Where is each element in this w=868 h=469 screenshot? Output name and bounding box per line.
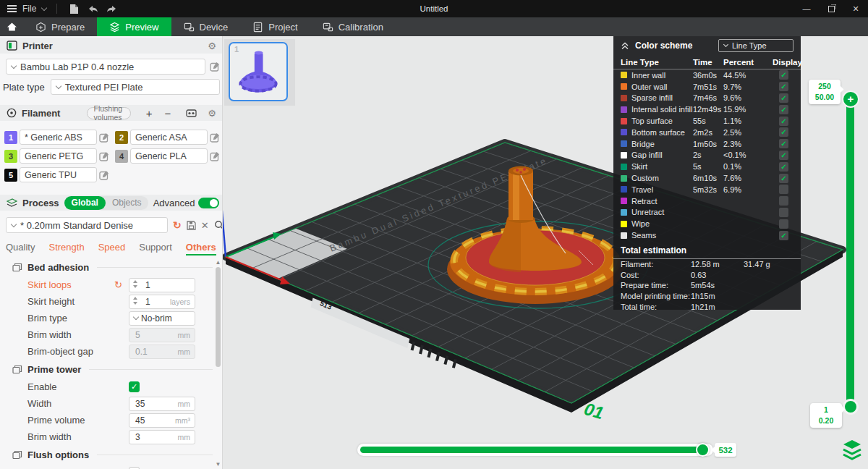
redo-icon[interactable] bbox=[105, 3, 118, 14]
filament-name[interactable]: Generic ASA bbox=[130, 130, 208, 145]
printer-select[interactable]: Bambu Lab P1P 0.4 nozzle bbox=[6, 59, 205, 75]
filament-name[interactable]: Generic PLA bbox=[130, 148, 208, 164]
input-field[interactable]: 3mm bbox=[129, 430, 195, 444]
scope-global[interactable]: Global bbox=[64, 196, 106, 210]
edit-icon[interactable] bbox=[210, 151, 220, 161]
new-file-icon[interactable] bbox=[67, 3, 80, 14]
filament-name[interactable]: * Generic ABS bbox=[20, 130, 97, 145]
filament-color-chip[interactable]: 4 bbox=[115, 150, 128, 163]
edit-icon[interactable] bbox=[99, 170, 109, 180]
display-checkbox[interactable]: ✓ bbox=[779, 127, 788, 137]
search-preset-icon[interactable] bbox=[214, 220, 223, 230]
file-menu[interactable]: File bbox=[22, 4, 36, 14]
filament-color-chip[interactable]: 5 bbox=[4, 169, 17, 182]
edit-icon[interactable] bbox=[210, 62, 220, 72]
display-checkbox[interactable]: ✓ bbox=[779, 82, 788, 91]
edit-icon[interactable] bbox=[99, 151, 109, 161]
move-slider-handle[interactable] bbox=[696, 443, 710, 457]
close-button[interactable]: ✕ bbox=[843, 0, 868, 17]
legend-time: 36m0s bbox=[693, 71, 723, 80]
process-preset-select[interactable]: * 0.20mm Standard Denise bbox=[6, 217, 168, 233]
setting-row: Brim typeNo-brim bbox=[0, 310, 223, 326]
display-checkbox[interactable]: ✓ bbox=[779, 196, 788, 206]
legend-row: Internal solid infill12m49s15.9%✓ bbox=[613, 103, 801, 115]
display-checkbox[interactable]: ✓ bbox=[779, 70, 788, 80]
restore-button[interactable] bbox=[819, 0, 843, 17]
minimize-button[interactable]: — bbox=[794, 0, 819, 17]
view-mode-select[interactable]: Line Type bbox=[718, 39, 793, 52]
process-tab-quality[interactable]: Quality bbox=[6, 242, 35, 255]
display-checkbox[interactable]: ✓ bbox=[779, 117, 788, 126]
ams-sync-icon[interactable] bbox=[186, 109, 197, 118]
filament-color-chip[interactable]: 3 bbox=[4, 150, 17, 163]
layer-slider-top-handle[interactable]: + bbox=[842, 90, 859, 108]
scrollbar-thumb[interactable] bbox=[216, 267, 221, 367]
undo-icon[interactable] bbox=[86, 3, 99, 14]
display-checkbox[interactable]: ✓ bbox=[779, 174, 788, 183]
layer-slider-track[interactable] bbox=[846, 91, 854, 414]
input-field[interactable]: 45mm³ bbox=[129, 413, 195, 428]
process-tab-speed[interactable]: Speed bbox=[98, 242, 126, 255]
display-checkbox[interactable]: ✓ bbox=[779, 139, 788, 148]
layers-view-icon[interactable] bbox=[841, 437, 864, 462]
scroll-down-icon[interactable]: ▼ bbox=[214, 461, 222, 468]
scope-objects[interactable]: Objects bbox=[106, 198, 148, 208]
settings-scrollbar[interactable]: ▲ ▼ bbox=[214, 258, 222, 469]
advanced-toggle[interactable] bbox=[198, 198, 219, 208]
printer-settings-gear-icon[interactable]: ⚙ bbox=[208, 41, 216, 51]
display-checkbox[interactable]: ✓ bbox=[779, 162, 788, 172]
flushing-volumes-button[interactable]: Flushing volumes bbox=[87, 107, 130, 119]
display-checkbox[interactable]: ✓ bbox=[779, 208, 788, 217]
filament-name[interactable]: Generic PETG bbox=[20, 148, 97, 164]
reset-preset-icon[interactable]: ↻ bbox=[173, 219, 182, 231]
edit-icon[interactable] bbox=[99, 132, 109, 143]
display-checkbox[interactable]: ✓ bbox=[779, 231, 788, 240]
tab-device[interactable]: Device bbox=[171, 17, 241, 36]
process-tab-support[interactable]: Support bbox=[139, 242, 172, 255]
display-checkbox[interactable]: ✓ bbox=[779, 185, 788, 194]
layer-slider-bottom-handle[interactable] bbox=[843, 399, 859, 415]
input-field[interactable]: 1 bbox=[129, 278, 195, 292]
filament-name[interactable]: Generic TPU bbox=[20, 167, 97, 182]
display-checkbox[interactable]: ✓ bbox=[779, 151, 788, 160]
collapse-icon[interactable] bbox=[621, 42, 629, 50]
filament-color-chip[interactable]: 2 bbox=[115, 131, 128, 144]
tab-preview[interactable]: Preview bbox=[97, 17, 171, 36]
move-slider-track[interactable] bbox=[357, 444, 713, 456]
scroll-up-icon[interactable]: ▲ bbox=[214, 259, 222, 266]
input-field[interactable]: 1layers bbox=[129, 295, 195, 309]
process-tab-strength[interactable]: Strength bbox=[48, 242, 84, 255]
tab-calibration[interactable]: Calibration bbox=[310, 17, 396, 36]
delete-preset-icon[interactable]: ✕ bbox=[201, 220, 209, 231]
select-field[interactable]: No-brim bbox=[129, 311, 195, 326]
process-tab-others[interactable]: Others bbox=[186, 242, 216, 255]
display-checkbox[interactable]: ✓ bbox=[779, 93, 788, 103]
plate-type-select[interactable]: Textured PEI Plate bbox=[51, 79, 220, 95]
menu-icon[interactable] bbox=[7, 4, 17, 14]
filament-slot: 5Generic TPU bbox=[4, 167, 109, 182]
input-field[interactable]: 0.1mm bbox=[129, 345, 195, 359]
filament-settings-gear-icon[interactable]: ⚙ bbox=[208, 108, 216, 119]
home-button[interactable] bbox=[0, 17, 23, 36]
tab-project[interactable]: Project bbox=[240, 17, 310, 36]
chevron-down-icon[interactable] bbox=[41, 4, 47, 10]
display-checkbox[interactable]: ✓ bbox=[779, 219, 788, 229]
remove-filament-button[interactable]: − bbox=[165, 108, 171, 119]
save-preset-icon[interactable] bbox=[187, 221, 196, 230]
add-filament-button[interactable]: + bbox=[146, 108, 153, 119]
checkbox[interactable]: ✓ bbox=[129, 381, 140, 392]
color-swatch bbox=[621, 118, 627, 124]
filament-color-chip[interactable]: 1 bbox=[4, 131, 17, 144]
reset-icon[interactable]: ↻ bbox=[114, 279, 122, 290]
tab-prepare[interactable]: Prepare bbox=[23, 17, 97, 36]
input-field[interactable]: 35mm bbox=[129, 397, 195, 411]
total-value: 5m54s bbox=[691, 281, 744, 290]
legend-percent: 2.5% bbox=[723, 128, 768, 137]
plate-thumbnail[interactable]: 1 bbox=[229, 42, 288, 101]
spinner[interactable] bbox=[133, 280, 137, 288]
edit-icon[interactable] bbox=[210, 132, 220, 143]
spinner[interactable] bbox=[133, 297, 137, 305]
setting-row: Flush into objects' infill bbox=[0, 464, 223, 469]
input-field[interactable]: 5mm bbox=[129, 328, 195, 342]
display-checkbox[interactable]: ✓ bbox=[779, 105, 788, 114]
